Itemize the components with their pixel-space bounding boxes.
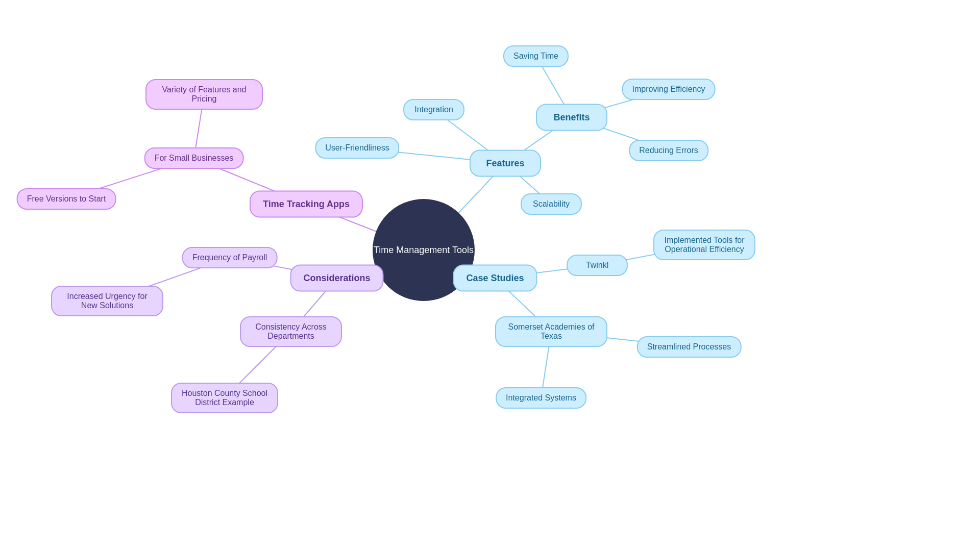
- considerations-label: Considerations: [303, 273, 370, 284]
- implemented-tools-node: Implemented Tools for Operational Effici…: [653, 230, 755, 260]
- frequency-payroll-label: Frequency of Payroll: [192, 253, 267, 262]
- time-tracking-apps-node: Time Tracking Apps: [250, 191, 363, 218]
- scalability-node: Scalability: [521, 193, 582, 215]
- reducing-errors-label: Reducing Errors: [639, 146, 698, 155]
- case-studies-label: Case Studies: [466, 273, 524, 284]
- benefits-label: Benefits: [553, 112, 590, 123]
- improving-efficiency-node: Improving Efficiency: [622, 79, 716, 100]
- increased-urgency-label: Increased Urgency for New Solutions: [61, 292, 153, 310]
- twinkl-label: Twinkl: [586, 261, 608, 270]
- somerset-node: Somerset Academies of Texas: [495, 316, 607, 347]
- integration-node: Integration: [403, 99, 464, 120]
- improving-efficiency-label: Improving Efficiency: [632, 85, 705, 94]
- implemented-tools-label: Implemented Tools for Operational Effici…: [664, 236, 745, 254]
- case-studies-node: Case Studies: [453, 265, 537, 292]
- center-label: Time Management Tools: [374, 245, 474, 256]
- frequency-payroll-node: Frequency of Payroll: [182, 247, 278, 268]
- variety-features-label: Variety of Features and Pricing: [156, 85, 253, 104]
- integrated-systems-label: Integrated Systems: [506, 393, 576, 403]
- saving-time-label: Saving Time: [513, 52, 558, 61]
- considerations-node: Considerations: [290, 265, 383, 292]
- benefits-node: Benefits: [536, 104, 607, 131]
- features-label: Features: [486, 158, 524, 169]
- consistency-node: Consistency Across Departments: [240, 316, 342, 347]
- somerset-label: Somerset Academies of Texas: [505, 322, 597, 341]
- streamlined-processes-node: Streamlined Processes: [637, 336, 742, 358]
- variety-features-node: Variety of Features and Pricing: [145, 79, 263, 110]
- increased-urgency-node: Increased Urgency for New Solutions: [51, 286, 163, 316]
- houston-county-label: Houston County School District Example: [181, 389, 268, 407]
- for-small-businesses-node: For Small Businesses: [144, 147, 244, 169]
- for-small-businesses-label: For Small Businesses: [155, 154, 234, 163]
- user-friendliness-label: User-Friendliness: [325, 143, 389, 153]
- integration-label: Integration: [414, 105, 453, 114]
- reducing-errors-node: Reducing Errors: [629, 140, 708, 161]
- streamlined-processes-label: Streamlined Processes: [647, 342, 731, 352]
- time-tracking-apps-label: Time Tracking Apps: [263, 199, 350, 210]
- houston-county-node: Houston County School District Example: [171, 383, 278, 413]
- saving-time-node: Saving Time: [503, 45, 569, 67]
- integrated-systems-node: Integrated Systems: [496, 387, 586, 409]
- free-versions-node: Free Versions to Start: [17, 188, 116, 210]
- consistency-label: Consistency Across Departments: [250, 322, 332, 341]
- user-friendliness-node: User-Friendliness: [315, 137, 399, 159]
- scalability-label: Scalability: [533, 199, 570, 209]
- twinkl-node: Twinkl: [567, 255, 628, 276]
- features-node: Features: [470, 150, 541, 177]
- free-versions-label: Free Versions to Start: [27, 194, 106, 204]
